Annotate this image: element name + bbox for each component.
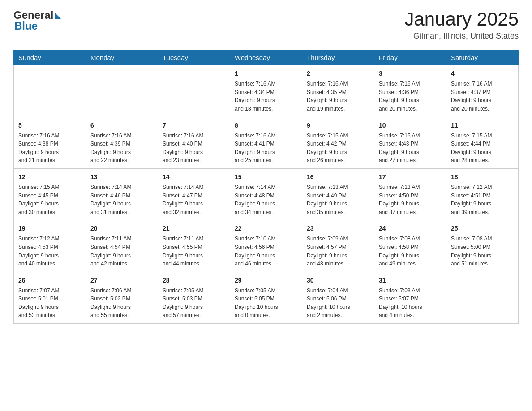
day-number: 20 [90, 224, 153, 233]
day-number: 15 [235, 172, 297, 182]
calendar-cell: 16Sunrise: 7:13 AM Sunset: 4:49 PM Dayli… [302, 168, 374, 220]
day-info: Sunrise: 7:14 AM Sunset: 4:48 PM Dayligh… [235, 183, 297, 216]
calendar-cell: 2Sunrise: 7:16 AM Sunset: 4:35 PM Daylig… [302, 65, 374, 117]
calendar-cell [158, 65, 230, 117]
calendar-week-row: 12Sunrise: 7:15 AM Sunset: 4:45 PM Dayli… [14, 168, 519, 220]
page-title: January 2025 [404, 9, 519, 30]
calendar-cell: 11Sunrise: 7:15 AM Sunset: 4:44 PM Dayli… [446, 117, 519, 168]
col-header-saturday: Saturday [446, 50, 519, 65]
calendar-cell: 13Sunrise: 7:14 AM Sunset: 4:46 PM Dayli… [86, 168, 158, 220]
calendar-cell: 9Sunrise: 7:15 AM Sunset: 4:42 PM Daylig… [302, 117, 374, 168]
calendar-cell: 3Sunrise: 7:16 AM Sunset: 4:36 PM Daylig… [374, 65, 446, 117]
day-info: Sunrise: 7:16 AM Sunset: 4:40 PM Dayligh… [163, 132, 225, 165]
page-subtitle: Gilman, Illinois, United States [404, 31, 519, 41]
day-number: 2 [307, 69, 369, 78]
calendar-cell: 10Sunrise: 7:15 AM Sunset: 4:43 PM Dayli… [374, 117, 446, 168]
day-number: 12 [18, 172, 81, 182]
calendar-cell: 31Sunrise: 7:03 AM Sunset: 5:07 PM Dayli… [374, 272, 446, 323]
day-number: 6 [90, 121, 153, 130]
day-info: Sunrise: 7:08 AM Sunset: 5:00 PM Dayligh… [451, 235, 514, 268]
calendar-week-row: 1Sunrise: 7:16 AM Sunset: 4:34 PM Daylig… [14, 65, 519, 117]
calendar-cell: 6Sunrise: 7:16 AM Sunset: 4:39 PM Daylig… [86, 117, 158, 168]
calendar-cell: 26Sunrise: 7:07 AM Sunset: 5:01 PM Dayli… [14, 272, 86, 323]
day-info: Sunrise: 7:04 AM Sunset: 5:06 PM Dayligh… [307, 287, 369, 320]
day-number: 31 [379, 276, 442, 285]
calendar-cell: 24Sunrise: 7:08 AM Sunset: 4:58 PM Dayli… [374, 220, 446, 272]
calendar-cell: 27Sunrise: 7:06 AM Sunset: 5:02 PM Dayli… [86, 272, 158, 323]
calendar-cell: 1Sunrise: 7:16 AM Sunset: 4:34 PM Daylig… [230, 65, 302, 117]
day-number: 23 [307, 224, 369, 233]
day-number: 17 [379, 172, 442, 182]
calendar-cell: 4Sunrise: 7:16 AM Sunset: 4:37 PM Daylig… [446, 65, 519, 117]
day-info: Sunrise: 7:15 AM Sunset: 4:45 PM Dayligh… [18, 183, 81, 216]
day-number: 1 [235, 69, 297, 78]
day-info: Sunrise: 7:15 AM Sunset: 4:42 PM Dayligh… [307, 132, 369, 165]
calendar-cell: 21Sunrise: 7:11 AM Sunset: 4:55 PM Dayli… [158, 220, 230, 272]
calendar-cell [86, 65, 158, 117]
day-number: 13 [90, 172, 153, 182]
calendar-cell: 25Sunrise: 7:08 AM Sunset: 5:00 PM Dayli… [446, 220, 519, 272]
day-info: Sunrise: 7:14 AM Sunset: 4:47 PM Dayligh… [163, 183, 225, 216]
day-info: Sunrise: 7:08 AM Sunset: 4:58 PM Dayligh… [379, 235, 442, 268]
day-info: Sunrise: 7:12 AM Sunset: 4:51 PM Dayligh… [451, 183, 514, 216]
day-info: Sunrise: 7:06 AM Sunset: 5:02 PM Dayligh… [90, 287, 153, 320]
day-number: 27 [90, 276, 153, 285]
calendar-cell: 8Sunrise: 7:16 AM Sunset: 4:41 PM Daylig… [230, 117, 302, 168]
calendar-cell: 20Sunrise: 7:11 AM Sunset: 4:54 PM Dayli… [86, 220, 158, 272]
calendar-cell: 23Sunrise: 7:09 AM Sunset: 4:57 PM Dayli… [302, 220, 374, 272]
day-number: 24 [379, 224, 442, 233]
day-info: Sunrise: 7:15 AM Sunset: 4:44 PM Dayligh… [451, 132, 514, 165]
day-number: 16 [307, 172, 369, 182]
day-number: 4 [451, 69, 514, 78]
day-info: Sunrise: 7:16 AM Sunset: 4:34 PM Dayligh… [235, 80, 297, 113]
logo-triangle-icon [55, 13, 61, 19]
day-number: 7 [163, 121, 225, 130]
logo-blue-text: Blue [13, 20, 38, 32]
day-info: Sunrise: 7:15 AM Sunset: 4:43 PM Dayligh… [379, 132, 442, 165]
calendar-cell: 5Sunrise: 7:16 AM Sunset: 4:38 PM Daylig… [14, 117, 86, 168]
calendar-week-row: 19Sunrise: 7:12 AM Sunset: 4:53 PM Dayli… [14, 220, 519, 272]
title-block: January 2025 Gilman, Illinois, United St… [404, 9, 519, 41]
day-info: Sunrise: 7:10 AM Sunset: 4:56 PM Dayligh… [235, 235, 297, 268]
logo: General Blue [13, 9, 61, 32]
day-info: Sunrise: 7:05 AM Sunset: 5:05 PM Dayligh… [235, 287, 297, 320]
col-header-thursday: Thursday [302, 50, 374, 65]
calendar-cell: 22Sunrise: 7:10 AM Sunset: 4:56 PM Dayli… [230, 220, 302, 272]
col-header-sunday: Sunday [14, 50, 86, 65]
day-info: Sunrise: 7:16 AM Sunset: 4:39 PM Dayligh… [90, 132, 153, 165]
day-info: Sunrise: 7:16 AM Sunset: 4:37 PM Dayligh… [451, 80, 514, 113]
day-info: Sunrise: 7:16 AM Sunset: 4:41 PM Dayligh… [235, 132, 297, 165]
day-number: 22 [235, 224, 297, 233]
day-number: 28 [163, 276, 225, 285]
calendar-cell: 17Sunrise: 7:13 AM Sunset: 4:50 PM Dayli… [374, 168, 446, 220]
calendar-cell: 29Sunrise: 7:05 AM Sunset: 5:05 PM Dayli… [230, 272, 302, 323]
day-number: 5 [18, 121, 81, 130]
day-info: Sunrise: 7:03 AM Sunset: 5:07 PM Dayligh… [379, 287, 442, 320]
day-number: 11 [451, 121, 514, 130]
day-number: 25 [451, 224, 514, 233]
page-header: General Blue January 2025 Gilman, Illino… [13, 9, 519, 41]
day-number: 21 [163, 224, 225, 233]
day-info: Sunrise: 7:05 AM Sunset: 5:03 PM Dayligh… [163, 287, 225, 320]
day-number: 19 [18, 224, 81, 233]
calendar-cell: 18Sunrise: 7:12 AM Sunset: 4:51 PM Dayli… [446, 168, 519, 220]
calendar-week-row: 5Sunrise: 7:16 AM Sunset: 4:38 PM Daylig… [14, 117, 519, 168]
day-info: Sunrise: 7:16 AM Sunset: 4:36 PM Dayligh… [379, 80, 442, 113]
day-number: 30 [307, 276, 369, 285]
calendar-cell [446, 272, 519, 323]
day-number: 29 [235, 276, 297, 285]
day-info: Sunrise: 7:13 AM Sunset: 4:49 PM Dayligh… [307, 183, 369, 216]
day-info: Sunrise: 7:11 AM Sunset: 4:54 PM Dayligh… [90, 235, 153, 268]
day-info: Sunrise: 7:13 AM Sunset: 4:50 PM Dayligh… [379, 183, 442, 216]
day-info: Sunrise: 7:07 AM Sunset: 5:01 PM Dayligh… [18, 287, 81, 320]
calendar-header-row: SundayMondayTuesdayWednesdayThursdayFrid… [14, 50, 519, 65]
day-info: Sunrise: 7:12 AM Sunset: 4:53 PM Dayligh… [18, 235, 81, 268]
day-number: 9 [307, 121, 369, 130]
day-info: Sunrise: 7:14 AM Sunset: 4:46 PM Dayligh… [90, 183, 153, 216]
day-number: 10 [379, 121, 442, 130]
day-number: 8 [235, 121, 297, 130]
col-header-wednesday: Wednesday [230, 50, 302, 65]
day-number: 18 [451, 172, 514, 182]
calendar-cell: 7Sunrise: 7:16 AM Sunset: 4:40 PM Daylig… [158, 117, 230, 168]
day-info: Sunrise: 7:16 AM Sunset: 4:38 PM Dayligh… [18, 132, 81, 165]
